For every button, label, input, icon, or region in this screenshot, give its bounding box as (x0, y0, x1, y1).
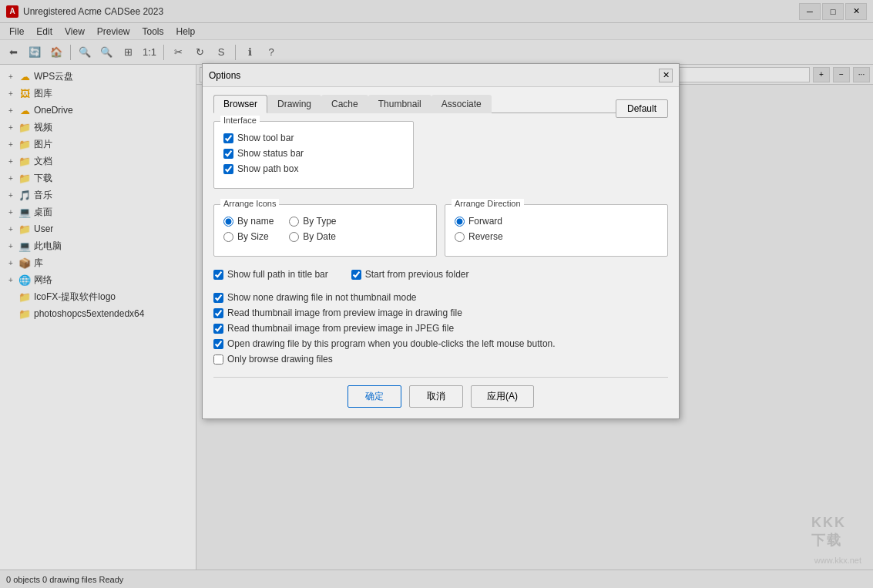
dialog-title: Options (209, 70, 240, 81)
arrange-icons-col1: By nameBy Size (223, 211, 274, 247)
dialog-overlay: Options ✕ BrowserDrawingCacheThumbnailAs… (0, 0, 873, 588)
lower-checkbox-label-full: Only browse drawing files (227, 354, 333, 365)
direction-radio[interactable] (455, 217, 465, 227)
default-button[interactable]: Default (616, 99, 668, 118)
lower-checkbox-label-full: Read thumbnail image from preview image … (227, 323, 454, 334)
lower-checkbox-label-full: Show none drawing file in not thumbnail … (227, 292, 416, 303)
lower-checkbox-2[interactable] (213, 308, 223, 318)
tab-cache[interactable]: Cache (321, 95, 368, 113)
arrange-direction-box: Arrange Direction ForwardReverse (445, 204, 668, 257)
direction-radio-row: Forward (455, 216, 658, 227)
direction-label: Reverse (468, 231, 503, 242)
tab-thumbnail[interactable]: Thumbnail (368, 95, 431, 113)
cancel-button[interactable]: 取消 (409, 385, 463, 408)
tab-drawing[interactable]: Drawing (267, 95, 321, 113)
arrange-icon-radio[interactable] (223, 232, 233, 242)
lower-checkboxes: Show full path in title bar Start from p… (213, 264, 668, 369)
interface-checkbox-row: Show status bar (223, 148, 404, 159)
dialog-close-button[interactable]: ✕ (659, 69, 673, 82)
lower-checkbox-row-full: Show none drawing file in not thumbnail … (213, 292, 668, 303)
lower-right-checks: Start from previous folder (351, 264, 469, 284)
arrange-direction-radios: ForwardReverse (455, 216, 658, 242)
interface-checkbox-label: Show status bar (237, 148, 304, 159)
lower-checkbox-row-right: Start from previous folder (351, 269, 469, 280)
lower-checkbox-5[interactable] (213, 354, 223, 365)
arrange-radio-row: By Date (289, 231, 336, 242)
direction-label: Forward (468, 216, 502, 227)
arrange-icon-label: By Type (303, 216, 336, 227)
arrange-radio-row: By Type (289, 216, 336, 227)
arrange-icons-col2: By TypeBy Date (289, 211, 336, 247)
arrange-icon-radio[interactable] (289, 232, 299, 242)
arrange-direction-label: Arrange Direction (452, 199, 524, 208)
arrange-section: Arrange Icons By nameBy Size By TypeBy D… (213, 204, 668, 257)
options-dialog: Options ✕ BrowserDrawingCacheThumbnailAs… (202, 63, 680, 419)
interface-checkbox-row: Show tool bar (223, 133, 404, 143)
dialog-buttons: 确定 取消 应用(A) (213, 377, 668, 408)
lower-checkbox-label-right: Start from previous folder (365, 269, 469, 280)
dialog-content: BrowserDrawingCacheThumbnailAssociate In… (203, 87, 679, 418)
lower-full-checks: Show none drawing file in not thumbnail … (213, 287, 668, 369)
lower-checkbox-3[interactable] (213, 324, 223, 334)
arrange-icon-label: By Size (237, 231, 269, 242)
interface-label: Interface (220, 116, 260, 125)
lower-checkbox-right[interactable] (351, 270, 361, 280)
lower-checkbox-row-full: Open drawing file by this program when y… (213, 338, 668, 349)
dialog-titlebar: Options ✕ (203, 64, 679, 87)
arrange-icon-radio[interactable] (223, 217, 233, 227)
interface-checkboxes: Show tool barShow status barShow path bo… (223, 133, 404, 174)
interface-checkbox-0[interactable] (223, 133, 233, 143)
tab-associate[interactable]: Associate (431, 95, 492, 113)
arrange-icon-label: By Date (303, 231, 336, 242)
two-col-check: Show full path in title bar Start from p… (213, 264, 668, 284)
direction-radio-row: Reverse (455, 231, 658, 242)
arrange-icon-radio[interactable] (289, 217, 299, 227)
lower-left-checks: Show full path in title bar (213, 264, 328, 284)
lower-checkbox-1[interactable] (213, 293, 223, 303)
lower-checkbox-row-full: Only browse drawing files (213, 354, 668, 365)
lower-checkbox-4[interactable] (213, 339, 223, 349)
interface-checkbox-label: Show tool bar (237, 133, 294, 143)
arrange-radio-row: By name (223, 216, 274, 227)
lower-checkbox-row: Show full path in title bar (213, 269, 328, 280)
arrange-icons-box: Arrange Icons By nameBy Size By TypeBy D… (213, 204, 437, 257)
direction-radio[interactable] (455, 232, 465, 242)
arrange-radio-row: By Size (223, 231, 274, 242)
interface-group: Interface Show tool barShow status barSh… (213, 121, 414, 189)
lower-checkbox-label: Show full path in title bar (227, 269, 328, 280)
ok-button[interactable]: 确定 (348, 385, 401, 408)
lower-checkbox-0[interactable] (213, 270, 223, 280)
arrange-icon-label: By name (237, 216, 274, 227)
interface-checkbox-row: Show path box (223, 163, 404, 174)
tab-browser[interactable]: Browser (213, 95, 267, 113)
lower-checkbox-row-full: Read thumbnail image from preview image … (213, 307, 668, 318)
lower-checkbox-row-full: Read thumbnail image from preview image … (213, 323, 668, 334)
lower-checkbox-label-full: Open drawing file by this program when y… (227, 338, 556, 349)
interface-checkbox-1[interactable] (223, 149, 233, 159)
interface-checkbox-label: Show path box (237, 163, 298, 174)
interface-checkbox-2[interactable] (223, 164, 233, 174)
apply-button[interactable]: 应用(A) (471, 385, 534, 408)
lower-checkbox-label-full: Read thumbnail image from preview image … (227, 307, 462, 318)
arrange-icons-label: Arrange Icons (220, 199, 279, 208)
dialog-tabs: BrowserDrawingCacheThumbnailAssociate (213, 95, 668, 113)
